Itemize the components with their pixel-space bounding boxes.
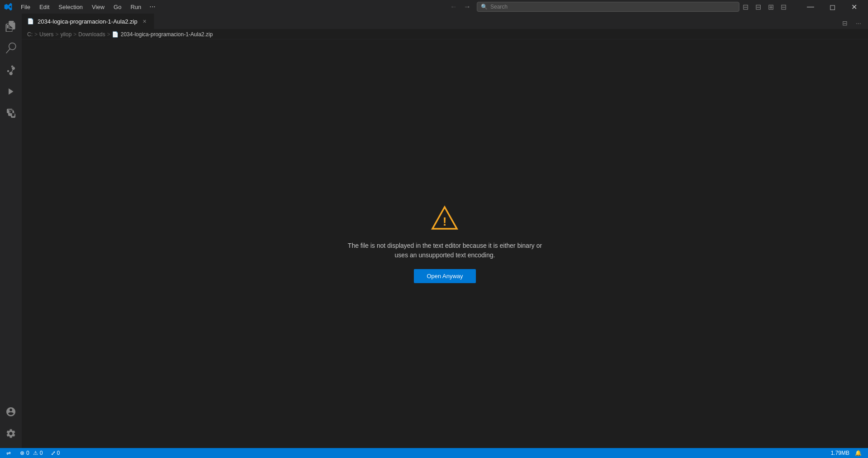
activity-bar	[0, 14, 22, 448]
nav-buttons: ← →	[448, 1, 473, 13]
tab-bar: 📄 2034-logica-programacion-1-Aula2.zip ×…	[22, 14, 868, 29]
warning-container: ! The file is not displayed in the text …	[348, 205, 542, 283]
status-ports[interactable]: ⑇ 0	[49, 448, 62, 458]
status-left: ⇌ ⊗ 0 ⚠ 0 ⑇ 0	[4, 448, 62, 458]
activity-source-control[interactable]	[0, 59, 22, 81]
split-editor-button[interactable]: ⊟	[839, 17, 851, 29]
warnings-icon: ⚠	[33, 450, 38, 456]
editor-content: ! The file is not displayed in the text …	[22, 39, 868, 448]
menu-edit[interactable]: Edit	[35, 2, 54, 12]
breadcrumb-sep-1: >	[34, 31, 38, 38]
ports-icon: ⑇	[52, 450, 55, 456]
svg-text:!: !	[443, 215, 447, 228]
warning-line1: The file is not displayed in the text ed…	[348, 242, 542, 249]
filesize-value: 1.79MB	[831, 450, 849, 456]
breadcrumb-sep-4: >	[107, 31, 110, 38]
activity-explorer[interactable]	[0, 15, 22, 37]
minimize-button[interactable]: —	[800, 0, 821, 14]
breadcrumb-user[interactable]: yilop	[60, 31, 72, 38]
breadcrumb-file: 📄 2034-logica-programacion-1-Aula2.zip	[112, 31, 212, 38]
status-filesize[interactable]: 1.79MB	[828, 448, 852, 458]
errors-count: 0	[26, 450, 29, 456]
ports-count: 0	[57, 450, 60, 456]
breadcrumb-sep-2: >	[55, 31, 58, 38]
status-errors[interactable]: ⊗ 0 ⚠ 0	[17, 448, 45, 458]
activity-run[interactable]	[0, 81, 22, 102]
activity-account[interactable]	[0, 401, 22, 423]
layout-toggle-button[interactable]: ⊟	[739, 1, 751, 13]
menu-file[interactable]: File	[16, 2, 35, 12]
active-tab[interactable]: 📄 2034-logica-programacion-1-Aula2.zip ×	[22, 14, 154, 29]
tab-file-icon: 📄	[27, 18, 34, 24]
window-controls: ⊟ ⊟ ⊞ ⊟ — ◻ ✕	[739, 0, 864, 14]
breadcrumb-filename: 2034-logica-programacion-1-Aula2.zip	[120, 31, 212, 38]
panel-toggle-button[interactable]: ⊞	[765, 1, 777, 13]
open-anyway-button[interactable]: Open Anyway	[414, 269, 475, 283]
warning-icon: !	[431, 205, 458, 232]
menu-go[interactable]: Go	[109, 2, 126, 12]
search-placeholder: Search	[490, 4, 735, 10]
vscode-logo	[4, 2, 13, 11]
status-right: 1.79MB 🔔	[828, 448, 864, 458]
search-icon: 🔍	[481, 4, 488, 10]
breadcrumb-file-icon: 📄	[112, 31, 119, 38]
restore-button[interactable]: ◻	[822, 0, 843, 14]
activity-settings[interactable]	[0, 423, 22, 444]
warnings-count: 0	[40, 450, 43, 456]
errors-icon: ⊗	[20, 450, 24, 456]
menu-bar: File Edit Selection View Go Run ···	[16, 1, 444, 13]
status-notifications[interactable]: 🔔	[852, 448, 864, 458]
status-bar: ⇌ ⊗ 0 ⚠ 0 ⑇ 0 1.79MB 🔔	[0, 448, 868, 458]
menu-more[interactable]: ···	[146, 1, 159, 13]
close-button[interactable]: ✕	[844, 0, 864, 14]
activity-extensions[interactable]	[0, 102, 22, 124]
menu-selection[interactable]: Selection	[54, 2, 87, 12]
breadcrumb-users[interactable]: Users	[39, 31, 53, 38]
tab-filename: 2034-logica-programacion-1-Aula2.zip	[38, 18, 137, 25]
tab-close-button[interactable]: ×	[141, 18, 148, 25]
tab-bar-actions: ⊟ ···	[835, 17, 868, 29]
search-bar[interactable]: 🔍 Search	[477, 2, 739, 12]
titlebar: File Edit Selection View Go Run ··· ← → …	[0, 0, 868, 14]
activity-search[interactable]	[0, 37, 22, 59]
nav-forward-button[interactable]: →	[461, 1, 473, 13]
main-layout: 📄 2034-logica-programacion-1-Aula2.zip ×…	[0, 14, 868, 448]
bell-icon: 🔔	[855, 450, 862, 456]
editor-area: 📄 2034-logica-programacion-1-Aula2.zip ×…	[22, 14, 868, 448]
warning-text: The file is not displayed in the text ed…	[348, 241, 542, 260]
breadcrumb-downloads[interactable]: Downloads	[78, 31, 105, 38]
breadcrumb-sep-3: >	[73, 31, 77, 38]
menu-run[interactable]: Run	[126, 2, 146, 12]
breadcrumb-drive[interactable]: C:	[27, 31, 33, 38]
nav-back-button[interactable]: ←	[448, 1, 460, 13]
sidebar-toggle-button[interactable]: ⊟	[752, 1, 764, 13]
menu-view[interactable]: View	[87, 2, 109, 12]
activity-bottom	[0, 401, 22, 448]
customize-layout-button[interactable]: ⊟	[777, 1, 789, 13]
status-remote[interactable]: ⇌	[4, 448, 14, 458]
warning-line2: uses an unsupported text encoding.	[395, 251, 495, 259]
breadcrumb: C: > Users > yilop > Downloads > 📄 2034-…	[22, 29, 868, 39]
remote-icon: ⇌	[6, 450, 11, 456]
more-actions-button[interactable]: ···	[853, 17, 864, 29]
